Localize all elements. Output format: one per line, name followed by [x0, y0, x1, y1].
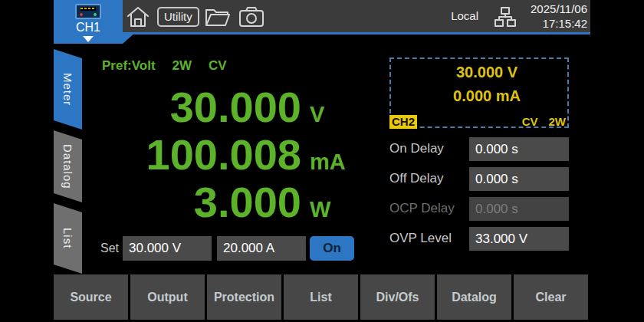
ovp-level-label: OVP Level	[389, 231, 452, 246]
channel-tab-corner	[123, 32, 136, 44]
ch2-mode-labels: CV2W	[511, 115, 566, 129]
ovp-level-row: OVP Level 33.000 V	[389, 227, 569, 251]
softkey-list[interactable]: List	[284, 274, 358, 320]
lan-status-icon	[495, 5, 516, 28]
home-icon	[126, 5, 150, 28]
sidebar-tab-meter[interactable]: Meter	[54, 49, 82, 130]
voltage-value: 30.000	[84, 84, 301, 131]
set-label: Set	[100, 242, 119, 255]
power-reading: 3.000 W	[84, 179, 354, 226]
screenshot-button[interactable]	[238, 5, 262, 28]
off-delay-field[interactable]: 0.000 s	[469, 167, 569, 191]
softkey-source[interactable]: Source	[54, 274, 128, 320]
power-unit: W	[301, 186, 354, 233]
softkey-datalog[interactable]: Datalog	[437, 274, 511, 320]
ch2-current-value: 0.000 mA	[391, 87, 567, 105]
sidebar-tab-datalog[interactable]: Datalog	[54, 130, 82, 202]
ocp-delay-row: OCP Delay 0.000 s	[389, 197, 569, 221]
utility-button[interactable]: Utility	[157, 7, 199, 27]
chevron-down-icon	[83, 36, 94, 42]
ch2-regulation-mode-label: CV	[522, 115, 538, 128]
ovp-level-field[interactable]: 33.000 V	[469, 227, 569, 251]
top-bar: Utility Local 2025/11/06 1	[123, 0, 590, 34]
ch2-voltage-value: 30.000 V	[391, 64, 567, 81]
ch2-wire-mode-label: 2W	[549, 115, 567, 128]
voltage-reading: 30.000 V	[84, 84, 354, 131]
psu-front-panel-icon	[75, 4, 101, 19]
sidebar-tab-list-label: List	[61, 228, 74, 248]
channel-select-tab[interactable]: CH1	[54, 0, 123, 44]
off-delay-row: Off Delay 0.000 s	[389, 167, 569, 191]
meter-status-line: Pref:Volt2WCV	[102, 58, 244, 74]
home-button[interactable]	[126, 5, 150, 28]
time-label: 17:15:42	[531, 16, 587, 31]
off-delay-label: Off Delay	[389, 171, 444, 186]
pref-mode-label: Pref:Volt	[102, 58, 156, 73]
datetime-display: 2025/11/06 17:15:42	[531, 2, 587, 31]
sidebar-tab-datalog-label: Datalog	[61, 144, 74, 189]
channel-label: CH1	[54, 21, 123, 34]
psu-green-dot	[94, 13, 97, 16]
on-delay-label: On Delay	[389, 141, 444, 156]
current-value: 100.008	[84, 131, 301, 179]
power-value: 3.000	[84, 179, 301, 226]
set-voltage-field[interactable]: 30.000 V	[123, 236, 212, 261]
softkey-div-ofs[interactable]: Div/Ofs	[360, 274, 435, 320]
ocp-delay-label: OCP Delay	[389, 201, 455, 216]
psu-red-dot	[80, 13, 83, 16]
softkey-clear[interactable]: Clear	[514, 274, 588, 320]
current-reading: 100.008 mA	[84, 131, 354, 179]
sidebar-tab-meter-label: Meter	[61, 73, 74, 106]
wire-mode-label: 2W	[172, 58, 192, 73]
remote-state-label: Local	[451, 9, 478, 22]
date-label: 2025/11/06	[531, 2, 587, 16]
set-current-field[interactable]: 20.000 A	[217, 236, 306, 261]
camera-icon	[238, 5, 265, 28]
ch2-channel-badge: CH2	[389, 115, 417, 129]
file-button[interactable]	[204, 5, 228, 28]
psu-screen-detail	[80, 7, 96, 11]
sidebar-tab-list[interactable]: List	[54, 203, 82, 274]
regulation-mode-label: CV	[209, 58, 227, 73]
ocp-delay-field: 0.000 s	[469, 197, 569, 221]
softkey-protection[interactable]: Protection	[207, 274, 281, 320]
on-delay-row: On Delay 0.000 s	[389, 137, 569, 161]
folder-icon	[204, 5, 232, 28]
on-delay-field[interactable]: 0.000 s	[469, 137, 569, 161]
output-on-button[interactable]: On	[310, 236, 354, 261]
softkey-output[interactable]: Output	[130, 274, 205, 320]
instrument-screen: Utility Local 2025/11/06 1	[0, 0, 644, 322]
ch2-preview-panel[interactable]: 30.000 V 0.000 mA CH2 CV2W	[389, 58, 569, 128]
